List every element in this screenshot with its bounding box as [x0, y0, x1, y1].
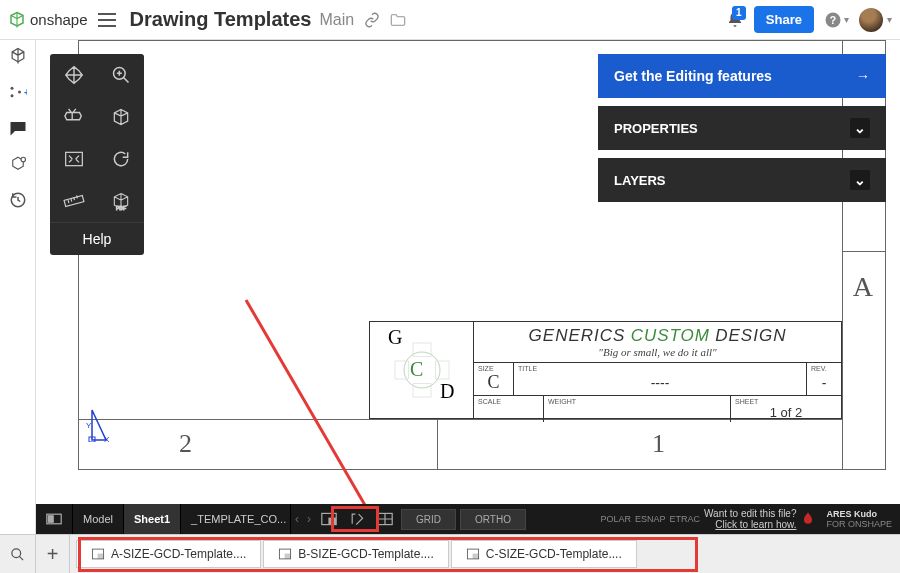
notification-count: 1 — [732, 6, 746, 20]
arrow-right-icon: → — [856, 68, 870, 84]
document-tab-bar: + A-SIZE-GCD-Template.... B-SIZE-GCD-Tem… — [0, 534, 900, 573]
svg-text:PDF: PDF — [116, 205, 126, 211]
measure-tool[interactable] — [50, 180, 97, 222]
features-icon[interactable] — [6, 44, 30, 68]
svg-rect-20 — [329, 518, 335, 524]
drawing-title-value: ---- — [518, 372, 802, 393]
svg-point-2 — [10, 87, 13, 90]
add-item-icon[interactable]: + — [6, 80, 30, 104]
fit-tool[interactable] — [50, 138, 97, 180]
svg-text:+: + — [24, 86, 27, 98]
floating-tool-panel: PDF Help — [50, 54, 144, 255]
top-bar: onshape Drawing Templates Main 1 Share ?… — [0, 0, 900, 40]
sb-tool-3[interactable] — [371, 504, 399, 534]
share-button[interactable]: Share — [754, 6, 814, 33]
add-tab-button[interactable]: + — [36, 535, 70, 573]
zoom-tool[interactable] — [97, 54, 144, 96]
zone-col-2: 2 — [179, 429, 192, 459]
drawing-file-icon — [466, 547, 480, 561]
sheet-size: C — [478, 372, 509, 393]
brand-name: onshape — [30, 11, 88, 28]
svg-point-22 — [12, 548, 21, 557]
layers-panel[interactable]: LAYERS ⌄ — [598, 158, 886, 202]
help-button[interactable]: ? ▾ — [824, 11, 849, 29]
left-toolbar: + — [0, 40, 36, 534]
svg-rect-24 — [98, 554, 103, 558]
pdf-tool[interactable]: PDF — [97, 180, 144, 222]
ucs-icon: Y X — [84, 402, 120, 442]
right-panel-stack: Get the Editing features → PROPERTIES ⌄ … — [598, 54, 886, 202]
tab-next-icon[interactable]: › — [303, 512, 315, 526]
svg-text:?: ? — [830, 13, 836, 25]
help-icon: ? — [824, 11, 842, 29]
company-tagline: "Big or small, we do it all" — [482, 346, 833, 358]
refresh-tool[interactable] — [97, 138, 144, 180]
link-icon[interactable] — [364, 12, 380, 28]
logo-cube-icon — [8, 11, 26, 29]
svg-text:Y: Y — [86, 421, 92, 430]
zone-col-1: 1 — [652, 429, 665, 459]
model-tab[interactable]: Model — [73, 504, 124, 534]
titleblock-logo: G C D — [370, 322, 474, 418]
tab-search-icon[interactable] — [10, 547, 25, 562]
status-bar: Model Sheet1 _TEMPLATE_CO... ‹ › GRID OR… — [36, 504, 900, 534]
view-tool[interactable] — [50, 96, 97, 138]
template-tab[interactable]: _TEMPLATE_CO... — [181, 504, 291, 534]
tool-help-button[interactable]: Help — [50, 222, 144, 255]
svg-rect-18 — [48, 516, 53, 522]
svg-point-6 — [21, 157, 26, 162]
ortho-toggle[interactable]: ORTHO — [460, 509, 526, 530]
chevron-down-icon: ⌄ — [850, 118, 870, 138]
drawing-canvas[interactable]: A 1 2 G C D GENERICS CUSTOM DESIGN — [36, 40, 900, 534]
zone-row-a: A — [853, 271, 873, 303]
document-title[interactable]: Drawing Templates — [130, 8, 312, 31]
sheet1-tab[interactable]: Sheet1 — [124, 504, 181, 534]
user-menu-caret-icon[interactable]: ▾ — [887, 14, 892, 25]
sheet-number: 1 of 2 — [735, 405, 837, 420]
comments-icon[interactable] — [6, 116, 30, 140]
edit-promo[interactable]: Want to edit this file? Click to learn h… — [704, 508, 796, 530]
branch-name[interactable]: Main — [319, 11, 354, 29]
sb-tool-1[interactable] — [315, 504, 343, 534]
svg-text:X: X — [104, 435, 110, 442]
versions-icon[interactable] — [6, 152, 30, 176]
properties-panel[interactable]: PROPERTIES ⌄ — [598, 106, 886, 150]
sb-tool-2[interactable] — [343, 504, 371, 534]
tab-a-size[interactable]: A-SIZE-GCD-Template.... — [76, 540, 261, 568]
drawing-file-icon — [91, 547, 105, 561]
svg-rect-28 — [473, 554, 478, 558]
svg-rect-13 — [65, 152, 82, 165]
ares-logo: ARES KudoFOR ONSHAPE — [826, 509, 892, 529]
notifications-button[interactable]: 1 — [726, 10, 744, 30]
tab-prev-icon[interactable]: ‹ — [291, 512, 303, 526]
chevron-down-icon: ⌄ — [850, 170, 870, 190]
drawing-file-icon — [278, 547, 292, 561]
svg-point-3 — [10, 94, 13, 97]
title-block: G C D GENERICS CUSTOM DESIGN "Big or sma… — [369, 321, 842, 419]
company-name: GENERICS CUSTOM DESIGN — [482, 326, 833, 346]
history-icon[interactable] — [6, 188, 30, 212]
user-avatar[interactable] — [859, 8, 883, 32]
tab-c-size[interactable]: C-SIZE-GCD-Template.... — [451, 540, 637, 568]
ares-flame-icon — [800, 511, 816, 527]
onshape-logo[interactable]: onshape — [8, 11, 88, 29]
folder-icon[interactable] — [390, 13, 406, 27]
iso-view-tool[interactable] — [97, 96, 144, 138]
editing-features-panel[interactable]: Get the Editing features → — [598, 54, 886, 98]
grid-toggle[interactable]: GRID — [401, 509, 456, 530]
svg-point-4 — [18, 91, 21, 94]
layout-icon[interactable] — [36, 504, 73, 534]
svg-rect-26 — [285, 554, 290, 558]
revision-value: - — [811, 372, 837, 393]
tab-b-size[interactable]: B-SIZE-GCD-Template.... — [263, 540, 448, 568]
main-area: + A 1 2 G C D — [0, 40, 900, 534]
pan-tool[interactable] — [50, 54, 97, 96]
menu-hamburger-icon[interactable] — [98, 13, 116, 27]
